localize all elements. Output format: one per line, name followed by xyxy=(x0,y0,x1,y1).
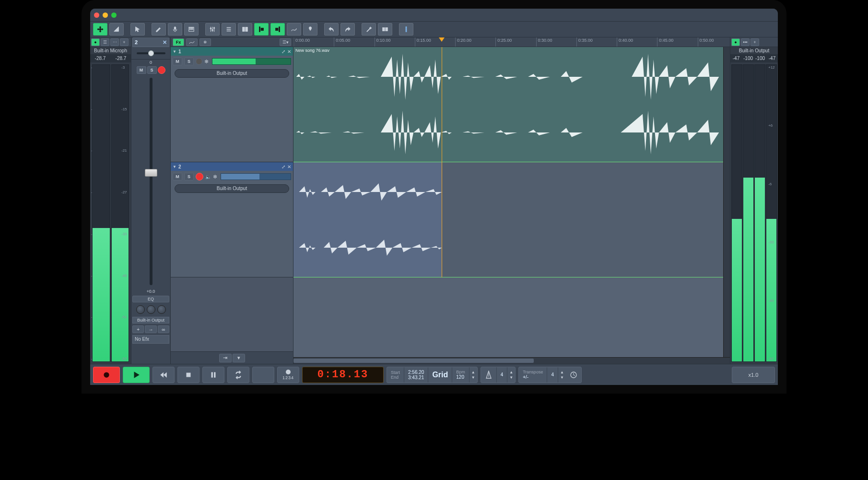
tuning-fork-button[interactable] xyxy=(252,367,274,383)
track-close-icon[interactable]: ✕ xyxy=(287,164,291,169)
pointer-tool-button[interactable] xyxy=(130,23,145,36)
clock-icon[interactable] xyxy=(570,371,577,379)
count-in-button[interactable]: 1234 xyxy=(277,367,299,383)
info-button[interactable] xyxy=(399,23,413,36)
track1-mute-button[interactable]: M xyxy=(173,58,182,65)
transpose-value[interactable]: 4 xyxy=(551,372,554,377)
fade-tool-button[interactable] xyxy=(109,23,124,36)
eq-knob-mid[interactable] xyxy=(147,305,155,314)
record-button[interactable] xyxy=(93,367,120,383)
input-menu-button[interactable]: ☰ xyxy=(101,38,109,46)
metronome-stepper[interactable]: ▲▼ xyxy=(507,367,515,383)
snap-left-button[interactable] xyxy=(254,23,269,36)
track1-output-select[interactable]: Built-in Output xyxy=(175,69,289,78)
eq-knob-high[interactable] xyxy=(157,305,166,314)
arrange-empty-area[interactable] xyxy=(293,277,730,357)
tracklist-empty-area[interactable] xyxy=(171,277,293,351)
track1-freeze-icon[interactable]: ❄ xyxy=(204,59,210,64)
output-add-button[interactable]: + xyxy=(751,38,759,46)
strip-mute-button[interactable]: M xyxy=(137,66,146,74)
track2-output-select[interactable]: Built-in Output xyxy=(175,184,289,193)
move-tool-button[interactable] xyxy=(93,23,107,36)
track1-volume-slider[interactable] xyxy=(212,58,291,65)
group-button[interactable] xyxy=(378,23,392,36)
stop-button[interactable] xyxy=(177,367,199,383)
lane-1[interactable]: New song 76.wav xyxy=(293,47,730,162)
minimize-window-button[interactable] xyxy=(103,12,108,18)
list-button[interactable] xyxy=(222,23,236,36)
lane-2[interactable] xyxy=(293,162,730,277)
input-monitor-toggle[interactable]: ● xyxy=(91,38,100,46)
pause-button[interactable] xyxy=(202,367,224,383)
wand-button[interactable] xyxy=(362,23,376,36)
strip-add-button[interactable]: + xyxy=(132,325,144,333)
play-button[interactable] xyxy=(123,367,150,383)
track2-solo-button[interactable]: S xyxy=(184,173,194,180)
input-opts-button[interactable]: ⋯ xyxy=(110,38,119,46)
strip-rec-button[interactable] xyxy=(158,66,165,74)
track2-rec-button[interactable] xyxy=(196,173,203,180)
strip-route-button[interactable]: → xyxy=(145,325,156,333)
track-header-1[interactable]: ▼ 1 ⤢ ✕ M S ❄ Built-in Output xyxy=(171,47,293,162)
timeline-ruler[interactable]: 0:00.000:05.000:10.000:15.000:20.000:25.… xyxy=(293,37,730,47)
snap-right-button[interactable] xyxy=(270,23,285,36)
redo-button[interactable] xyxy=(340,23,355,36)
rewind-button[interactable] xyxy=(152,367,175,383)
strip-fader[interactable] xyxy=(131,75,170,288)
track-expand-icon[interactable]: ⤢ xyxy=(282,49,285,54)
fx-button[interactable]: Fx xyxy=(173,38,184,46)
time-display[interactable]: 0:18.13 xyxy=(302,367,384,383)
locator-box[interactable]: Start End 2:56.20 3:43.21 Grid Bpm 120 ▲… xyxy=(387,367,478,383)
track-header-2[interactable]: ▼ 2 ⤢ ✕ M S 🔈 ❄ Built-in Output xyxy=(171,162,293,277)
draw-tool-button[interactable] xyxy=(152,23,166,36)
input-add-button[interactable]: + xyxy=(120,38,129,46)
track-close-icon[interactable]: ✕ xyxy=(287,49,291,54)
hscroll-thumb[interactable] xyxy=(293,359,534,363)
marker-button[interactable] xyxy=(303,23,317,36)
start-value[interactable]: 2:56.20 xyxy=(408,370,424,375)
metronome-box[interactable]: 4 ▲▼ xyxy=(481,367,516,383)
close-window-button[interactable] xyxy=(94,12,99,18)
vertical-scrollbar[interactable] xyxy=(723,47,730,357)
bpm-value[interactable]: 120 xyxy=(456,374,465,380)
strip-tab[interactable]: 2 ✕ xyxy=(132,37,169,47)
track2-speaker-icon[interactable]: 🔈 xyxy=(205,174,211,180)
mic-button[interactable] xyxy=(168,23,182,36)
tracklist-dropdown-button[interactable]: ▾ xyxy=(233,354,245,362)
track-disclosure-icon[interactable]: ▼ xyxy=(173,165,176,169)
transpose-box[interactable]: Transpose +/- 4 ▲▼ xyxy=(518,367,582,383)
eq-knob-low[interactable] xyxy=(136,305,145,314)
playhead-marker-icon[interactable] xyxy=(439,37,445,42)
loop-button[interactable] xyxy=(227,367,249,383)
track2-volume-slider[interactable] xyxy=(221,173,291,180)
automation-view-button[interactable] xyxy=(186,38,198,46)
strip-output-label[interactable]: Built-in Output xyxy=(132,317,169,324)
clip-1[interactable]: New song 76.wav xyxy=(293,47,730,162)
grid-label[interactable]: Grid xyxy=(432,371,448,379)
track1-rec-button[interactable] xyxy=(196,58,202,65)
undo-button[interactable] xyxy=(324,23,339,36)
strip-eq-button[interactable]: EQ xyxy=(132,296,169,302)
bpm-stepper[interactable]: ▲▼ xyxy=(469,367,477,383)
sliders-button[interactable] xyxy=(205,23,220,36)
track-expand-icon[interactable]: ⤢ xyxy=(282,164,285,169)
track2-mute-button[interactable]: M xyxy=(173,173,182,180)
metronome-value[interactable]: 4 xyxy=(501,372,504,377)
tracklist-scroll-button[interactable]: ⇥ xyxy=(219,354,232,362)
zoom-window-button[interactable] xyxy=(111,12,117,18)
tracklist-menu-button[interactable]: ☰ ▾ xyxy=(280,38,291,46)
transpose-stepper[interactable]: ▲▼ xyxy=(558,367,566,383)
horizontal-scrollbar[interactable] xyxy=(293,357,730,364)
strip-link-button[interactable]: ∞ xyxy=(158,325,169,333)
arrange-area[interactable]: New song 76.wav xyxy=(293,47,730,364)
automation-button[interactable] xyxy=(287,23,301,36)
track1-solo-button[interactable]: S xyxy=(184,58,194,65)
strip-tab-close[interactable]: ✕ xyxy=(163,39,167,46)
split-button[interactable] xyxy=(238,23,252,36)
output-opts-button[interactable]: ••• xyxy=(741,38,750,46)
pan-control[interactable] xyxy=(131,47,170,60)
output-monitor-toggle[interactable]: ● xyxy=(731,38,740,46)
zoom-display[interactable]: x1.0 xyxy=(732,367,775,383)
transpose-mode[interactable]: +/- xyxy=(523,374,543,380)
freeze-button[interactable]: ❄ xyxy=(199,38,211,46)
